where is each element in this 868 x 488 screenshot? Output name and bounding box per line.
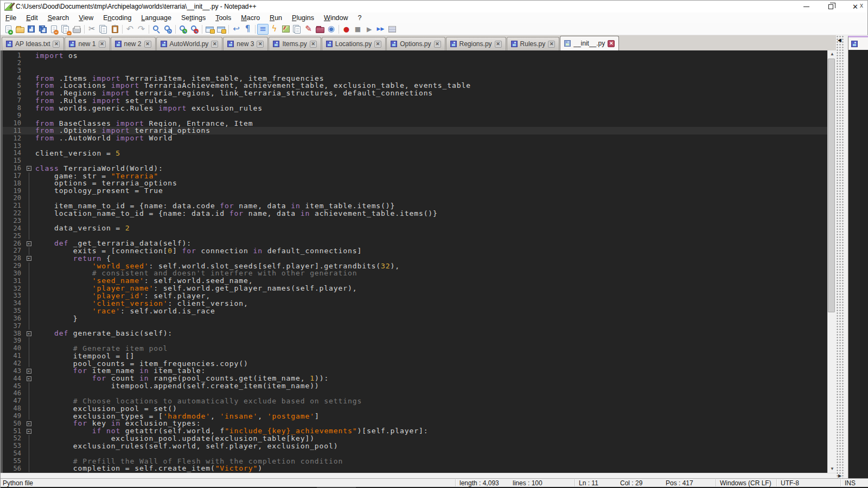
close-button[interactable]: ✕ bbox=[843, 1, 867, 12]
vertical-scrollbar-thumb[interactable] bbox=[828, 59, 835, 312]
tab-autoworld-py[interactable]: AutoWorld.py✕ bbox=[156, 37, 223, 50]
tab-regions-py[interactable]: Regions.py✕ bbox=[446, 37, 506, 50]
code-line[interactable]: 12from ..AutoWorld import World bbox=[3, 134, 827, 142]
code-line[interactable]: 10from BaseClasses import Region, Entran… bbox=[3, 120, 827, 127]
code-line[interactable]: 13 bbox=[3, 142, 827, 150]
tab-new-3[interactable]: new 3✕ bbox=[223, 37, 268, 50]
show-indent-guide-button[interactable]: ≡ bbox=[257, 24, 269, 35]
code-line[interactable]: 35 'race': self.world.is_race bbox=[3, 307, 827, 315]
code-line[interactable]: 22 location_name_to_id = {name: data.id … bbox=[3, 210, 827, 217]
tab-new-1[interactable]: new 1✕ bbox=[65, 37, 110, 50]
code-line[interactable]: 37 bbox=[3, 322, 827, 330]
code-line[interactable]: 45 itempool.append(self.create_item(item… bbox=[3, 382, 827, 390]
tab-close-icon[interactable]: ✕ bbox=[211, 41, 218, 48]
menu-view[interactable]: View bbox=[74, 13, 98, 23]
code-editor[interactable]: 1import os234from .Items import Terraria… bbox=[1, 50, 827, 473]
cut-button[interactable]: ✂ bbox=[86, 24, 98, 35]
print-button[interactable] bbox=[71, 24, 82, 35]
menu-plugins[interactable]: Plugins bbox=[287, 13, 319, 23]
code-line[interactable]: 27 exits = [connection[0] for connection… bbox=[3, 247, 827, 255]
new-file-button[interactable]: + bbox=[3, 24, 14, 35]
tab-close-icon[interactable]: ✕ bbox=[374, 41, 381, 48]
close-all-button[interactable]: − bbox=[60, 24, 71, 35]
code-line[interactable]: 54 bbox=[3, 450, 827, 458]
code-line[interactable]: 49 exclusion_types = ['hardmode', 'insan… bbox=[3, 413, 827, 420]
code-line[interactable]: 40 # Generate item pool bbox=[3, 345, 827, 352]
code-line[interactable]: 6from .Regions import terraria_regions, … bbox=[3, 89, 827, 97]
save-button[interactable] bbox=[25, 24, 37, 35]
code-line[interactable]: 18 options = terraria_options bbox=[3, 179, 827, 187]
menu-file[interactable]: File bbox=[1, 13, 21, 23]
menu-search[interactable]: Search bbox=[43, 13, 74, 23]
tab-locations-py[interactable]: Locations.py✕ bbox=[322, 37, 386, 50]
code-line[interactable]: 39 bbox=[3, 337, 827, 345]
scroll-up-icon[interactable]: ▲ bbox=[828, 50, 837, 58]
tab--init-py[interactable]: __init__.py✕ bbox=[560, 36, 619, 50]
find-button[interactable] bbox=[151, 24, 162, 35]
code-line[interactable]: 38- def generate_basic(self): bbox=[3, 330, 827, 337]
code-area[interactable]: 1import os234from .Items import Terraria… bbox=[3, 52, 827, 472]
tab-items-py[interactable]: Items.py✕ bbox=[269, 37, 321, 50]
code-line[interactable]: 7from .Rules import set_rules bbox=[3, 97, 827, 105]
horizontal-scrollbar[interactable] bbox=[1, 473, 836, 478]
tab-close-icon[interactable]: ✕ bbox=[310, 41, 317, 48]
view-splitter[interactable] bbox=[836, 35, 845, 478]
define-language-button[interactable]: ✎ bbox=[303, 24, 314, 35]
fold-collapse-icon[interactable]: - bbox=[24, 330, 33, 337]
code-line[interactable]: 4from .Items import TerrariaItem, item_t… bbox=[3, 75, 827, 82]
document-close-x-icon[interactable]: x bbox=[860, 2, 863, 9]
code-line[interactable]: 8from worlds.generic.Rules import exclus… bbox=[3, 105, 827, 112]
zoom-in-button[interactable]: + bbox=[177, 24, 189, 35]
tab-options-py[interactable]: Options.py✕ bbox=[386, 37, 445, 50]
code-line[interactable]: 26- def _get_terraria_data(self): bbox=[3, 240, 827, 247]
fold-collapse-icon[interactable]: - bbox=[24, 427, 33, 435]
menu-macro[interactable]: Macro bbox=[236, 13, 265, 23]
code-line[interactable]: 1import os bbox=[3, 52, 827, 60]
tab-ap-ideas-txt[interactable]: AP Ideas.txt✕ bbox=[2, 37, 64, 50]
sync-vertical-button[interactable] bbox=[204, 24, 215, 35]
tab-close-icon[interactable]: ✕ bbox=[548, 41, 555, 48]
code-line[interactable]: 14client_version = 5 bbox=[3, 150, 827, 157]
code-line[interactable]: 43- for item_name in item_table: bbox=[3, 367, 827, 375]
code-line[interactable]: 53 exclusion_rules(self.world, self.play… bbox=[3, 442, 827, 450]
code-line[interactable]: 46 bbox=[3, 390, 827, 397]
zoom-out-button[interactable]: − bbox=[189, 24, 200, 35]
code-line[interactable]: 31 'seed_name': self.world.seed_name, bbox=[3, 277, 827, 285]
menu-run[interactable]: Run bbox=[265, 13, 287, 23]
scroll-right-icon[interactable]: ▶ bbox=[838, 473, 841, 478]
open-file-button[interactable] bbox=[14, 24, 25, 35]
tab-rules-py[interactable]: Rules.py✕ bbox=[507, 37, 560, 50]
fold-collapse-icon[interactable]: - bbox=[24, 240, 33, 247]
save-all-button[interactable] bbox=[37, 24, 48, 35]
code-line[interactable]: 5from .Locations import TerrariaAchievem… bbox=[3, 82, 827, 89]
code-line[interactable]: 50- for key in exclusion_types: bbox=[3, 420, 827, 427]
code-line[interactable]: 15 bbox=[3, 157, 827, 165]
paste-button[interactable] bbox=[109, 24, 120, 35]
document-map-button[interactable] bbox=[280, 24, 291, 35]
code-line[interactable]: 29 'world_seed': self.world.slot_seeds[s… bbox=[3, 262, 827, 270]
tab-close-icon[interactable]: ✕ bbox=[434, 41, 441, 48]
code-line[interactable]: 19 topology_present = True bbox=[3, 187, 827, 195]
code-line[interactable]: 30 # consistent and doesn't interfere wi… bbox=[3, 269, 827, 277]
sync-horizontal-button[interactable] bbox=[215, 24, 227, 35]
code-line[interactable]: 48 exclusion_pool = set() bbox=[3, 405, 827, 413]
code-line[interactable]: 41 itempool = [] bbox=[3, 352, 827, 360]
redo-button[interactable]: ↷ bbox=[136, 24, 147, 35]
fold-collapse-icon[interactable]: - bbox=[24, 165, 33, 172]
menu-tools[interactable]: Tools bbox=[210, 13, 236, 23]
tab-close-icon[interactable]: ✕ bbox=[99, 41, 106, 48]
undo-button[interactable]: ↶ bbox=[124, 24, 136, 35]
code-line[interactable]: 16-class TerrariaWorld(World): bbox=[3, 165, 827, 172]
menu-encoding[interactable]: Encoding bbox=[98, 13, 136, 23]
close-button[interactable]: − bbox=[48, 24, 60, 35]
code-line[interactable]: 17 game: str = "Terraria" bbox=[3, 172, 827, 180]
code-line[interactable]: 47 # Choose locations to automatically e… bbox=[3, 397, 827, 405]
menu-edit[interactable]: Edit bbox=[21, 13, 43, 23]
tab-close-icon[interactable]: ✕ bbox=[257, 41, 264, 48]
code-line[interactable]: 25 bbox=[3, 232, 827, 240]
tab-scroll-left-icon[interactable]: ◀ bbox=[838, 37, 839, 43]
monitoring-button[interactable]: ◉ bbox=[326, 24, 337, 35]
show-all-characters-button[interactable]: ¶ bbox=[242, 24, 253, 35]
code-line[interactable]: 21 item_name_to_id = {name: data.code fo… bbox=[3, 202, 827, 210]
maximize-button[interactable] bbox=[819, 1, 843, 12]
